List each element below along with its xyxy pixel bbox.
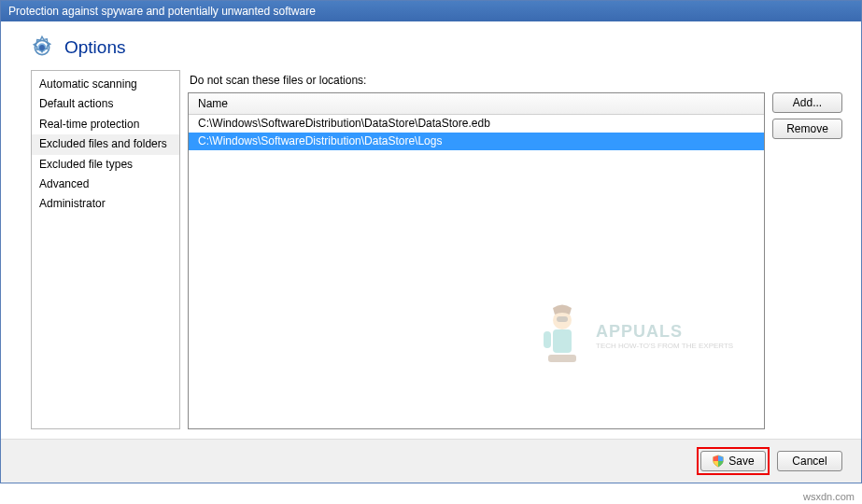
side-buttons: Add... Remove bbox=[772, 92, 842, 429]
page-title: Options bbox=[64, 37, 125, 58]
cancel-button[interactable]: Cancel bbox=[777, 451, 842, 471]
header: Options bbox=[1, 21, 861, 70]
options-window: Protection against spyware and potential… bbox=[0, 0, 862, 483]
table-row[interactable]: C:\Windows\SoftwareDistribution\DataStor… bbox=[189, 133, 764, 150]
column-header-name[interactable]: Name bbox=[189, 93, 764, 115]
window-title: Protection against spyware and potential… bbox=[8, 5, 316, 18]
save-button-label: Save bbox=[728, 455, 754, 468]
table-row[interactable]: C:\Windows\SoftwareDistribution\DataStor… bbox=[189, 115, 764, 133]
table-body: C:\Windows\SoftwareDistribution\DataStor… bbox=[189, 115, 764, 428]
credit-text: wsxdn.com bbox=[803, 491, 855, 502]
sidebar-item-excluded-file-types[interactable]: Excluded file types bbox=[32, 155, 179, 175]
sidebar-item-advanced[interactable]: Advanced bbox=[32, 175, 179, 194]
sidebar-item-excluded-files-folders[interactable]: Excluded files and folders bbox=[32, 134, 179, 154]
table-area: Name C:\Windows\SoftwareDistribution\Dat… bbox=[188, 92, 842, 429]
save-button-highlight: Save bbox=[697, 447, 770, 475]
sidebar-item-default-actions[interactable]: Default actions bbox=[32, 94, 179, 114]
add-button[interactable]: Add... bbox=[772, 92, 842, 113]
shield-icon bbox=[712, 455, 725, 468]
sidebar: Automatic scanning Default actions Real-… bbox=[31, 70, 180, 429]
sidebar-item-realtime-protection[interactable]: Real-time protection bbox=[32, 115, 179, 134]
section-label: Do not scan these files or locations: bbox=[188, 70, 842, 92]
footer: Save Cancel bbox=[1, 439, 861, 483]
titlebar[interactable]: Protection against spyware and potential… bbox=[1, 1, 861, 21]
sidebar-item-administrator[interactable]: Administrator bbox=[32, 194, 179, 214]
svg-point-2 bbox=[39, 45, 45, 50]
remove-button[interactable]: Remove bbox=[772, 119, 842, 139]
exclusion-list[interactable]: Name C:\Windows\SoftwareDistribution\Dat… bbox=[188, 92, 765, 429]
main-area: Automatic scanning Default actions Real-… bbox=[1, 70, 861, 439]
gear-icon bbox=[29, 35, 55, 61]
save-button[interactable]: Save bbox=[700, 451, 766, 471]
right-panel: Do not scan these files or locations: Na… bbox=[188, 70, 842, 429]
sidebar-item-automatic-scanning[interactable]: Automatic scanning bbox=[32, 75, 179, 94]
content-area: Options Automatic scanning Default actio… bbox=[1, 21, 861, 483]
